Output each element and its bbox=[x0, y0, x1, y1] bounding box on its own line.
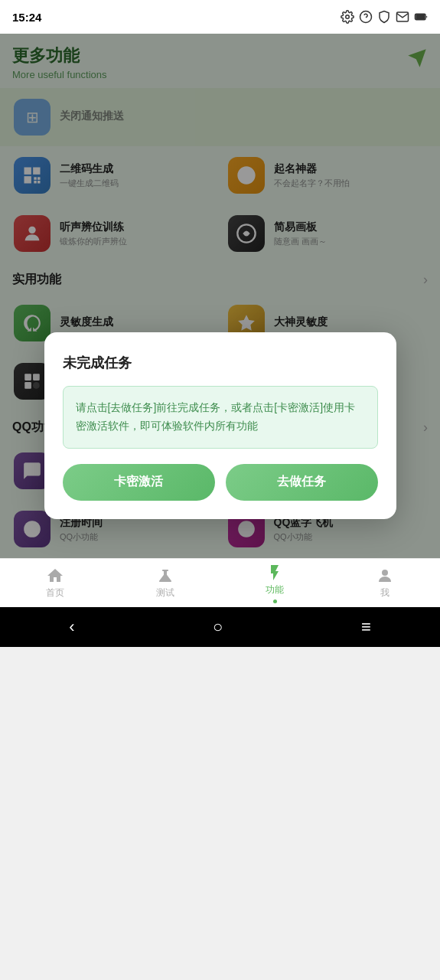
android-back-button[interactable]: ‹ bbox=[54, 611, 90, 643]
nav-profile[interactable]: 我 bbox=[330, 567, 440, 599]
nav-home[interactable]: 首页 bbox=[0, 567, 110, 599]
activate-button[interactable]: 卡密激活 bbox=[63, 464, 215, 501]
nav-features-label: 功能 bbox=[266, 583, 284, 596]
android-home-button[interactable]: ○ bbox=[197, 611, 238, 643]
battery-icon bbox=[414, 10, 428, 24]
dialog-title: 未完成任务 bbox=[63, 354, 378, 372]
svg-point-0 bbox=[346, 15, 350, 19]
mail-icon bbox=[396, 10, 409, 24]
nav-profile-label: 我 bbox=[380, 586, 389, 599]
nav-test-label: 测试 bbox=[156, 586, 174, 599]
nav-test[interactable]: 测试 bbox=[110, 567, 220, 599]
android-menu-button[interactable]: ≡ bbox=[346, 611, 386, 643]
status-time: 15:24 bbox=[12, 11, 41, 24]
status-icons bbox=[341, 10, 428, 24]
question-icon bbox=[359, 10, 373, 24]
bottom-nav: 首页 测试 功能 我 bbox=[0, 558, 440, 607]
nav-active-dot bbox=[273, 599, 277, 603]
do-task-button[interactable]: 去做任务 bbox=[226, 464, 378, 501]
settings-icon bbox=[341, 10, 354, 24]
shield-icon bbox=[377, 10, 391, 24]
nav-features[interactable]: 功能 bbox=[220, 564, 331, 603]
svg-rect-5 bbox=[416, 15, 425, 19]
incomplete-task-dialog: 未完成任务 请点击[去做任务]前往完成任务，或者点击[卡密激活]使用卡密激活软件… bbox=[44, 332, 396, 519]
status-bar: 15:24 bbox=[0, 0, 440, 34]
dialog-body: 请点击[去做任务]前往完成任务，或者点击[卡密激活]使用卡密激活软件，即可体验软… bbox=[63, 386, 378, 449]
svg-point-24 bbox=[382, 570, 388, 576]
android-nav-bar: ‹ ○ ≡ bbox=[0, 607, 440, 647]
dialog-buttons: 卡密激活 去做任务 bbox=[63, 464, 378, 501]
dialog-body-text: 请点击[去做任务]前往完成任务，或者点击[卡密激活]使用卡密激活软件，即可体验软… bbox=[76, 399, 365, 436]
nav-home-label: 首页 bbox=[46, 586, 64, 599]
